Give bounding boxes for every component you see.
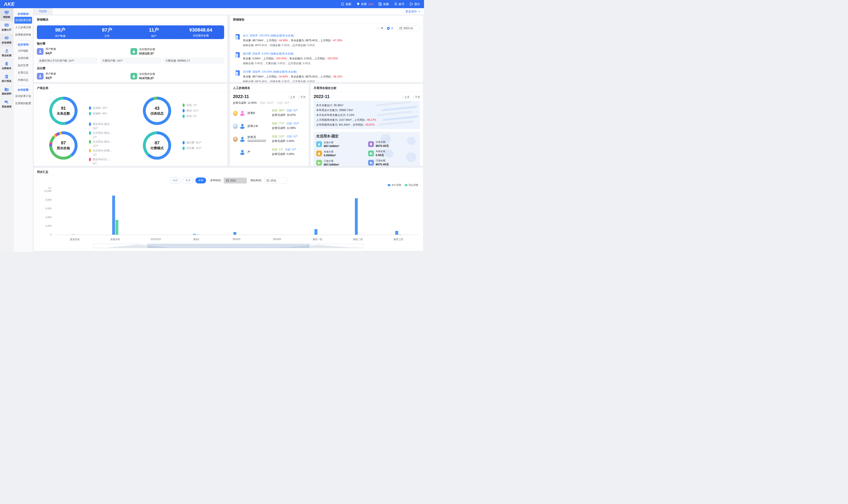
prepaid-strip: 欠费金额: ¥89692.17 — [163, 58, 224, 64]
fee-hall-icon — [4, 23, 9, 28]
datazoom-slider[interactable] — [93, 244, 364, 248]
postpaid-subtitle: 后付费 — [37, 67, 224, 70]
calendar-icon — [226, 179, 229, 182]
bronze-medal-icon: 3 — [233, 137, 237, 141]
legend-item[interactable]: 未知: 0个 — [183, 114, 199, 118]
submenu-section-title: -抄表配置- — [14, 88, 33, 92]
legend-item[interactable]: 机械表: 48个 — [89, 112, 108, 115]
legend-item[interactable]: 预付费: 54户 — [183, 141, 201, 145]
nav-item-operation-service[interactable]: 运营服务 — [0, 59, 13, 72]
submenu-item-monitor-alarm[interactable]: 监控告警 — [14, 62, 32, 69]
prev-month-button[interactable]: ↑ 上月 — [288, 95, 295, 99]
report-row-prepaid: 预付费: 回收率: 0.00% (销账金额/售水金额) 售水量: 0.00m³，… — [235, 52, 420, 65]
legend-item[interactable]: 生活用水-阶梯...:1户 — [89, 149, 112, 157]
legend-item[interactable]: 在线: 2个 — [183, 103, 199, 107]
submenu-item-alarm-log[interactable]: 告警日志 — [14, 69, 32, 76]
submenu-item-alarm-rule-config[interactable]: 告警规则配置 — [14, 100, 32, 107]
account-button[interactable]: 账号 — [394, 2, 404, 6]
legend-item[interactable]: 远传表: 43个 — [89, 106, 108, 110]
nav-item-statistics-report[interactable]: XLS 统计报表 — [0, 72, 13, 85]
nav-item-dashboard[interactable]: 驾驶舱 — [0, 8, 13, 21]
coins-icon — [368, 141, 374, 147]
stat-card-due-volume: 应缴水量867.5400m³ — [316, 140, 366, 148]
report-date-input[interactable]: 2022-11 — [397, 25, 420, 31]
bar[interactable] — [399, 234, 402, 235]
compare-time-input[interactable]: 2021 — [264, 178, 287, 183]
submenu-item-auto-meter-records[interactable]: 自动抄表记录 — [14, 17, 32, 24]
prev-month-button[interactable]: ↑ 上月 — [402, 95, 409, 99]
datazoom-handle-left[interactable] — [147, 245, 148, 248]
ranking-month: 2022-11 — [233, 94, 249, 99]
meter-status-donut[interactable]: 43仪表状态 — [143, 97, 171, 125]
filter-this-month-button[interactable]: 今月 — [183, 178, 193, 183]
report-row-postpaid: 后付费: 回收率: 100.00% (销账金额/售水金额) 售水量: 867.5… — [235, 70, 420, 82]
legend-current-year[interactable]: 本年用量 — [388, 183, 401, 187]
bar[interactable] — [315, 229, 317, 235]
done-total: 已抄: 16户 — [277, 101, 290, 104]
stat-card-paid-volume: 已缴水量867.5400m³ — [316, 159, 366, 166]
more-actions-button[interactable]: 更多操作 — [405, 10, 421, 14]
datazoom-handle-right[interactable] — [309, 245, 310, 248]
favorite-button[interactable]: 收藏 — [378, 2, 389, 6]
section-title: 生活用水-固定 — [316, 134, 417, 139]
radio-month[interactable]: 月 — [387, 26, 393, 30]
bar-chart-plot — [55, 191, 419, 235]
nav-item-meter-management[interactable]: 抄表管理 — [0, 34, 13, 47]
submenu-item-meter-data-audit[interactable]: 抄表数据审核 — [14, 31, 32, 38]
normal-count-value: 87户 — [84, 27, 130, 33]
radio-year[interactable]: 年 — [377, 26, 383, 30]
svg-text:XLS: XLS — [5, 76, 7, 77]
legend-item[interactable]: 固定单价01(...:3户 — [89, 158, 112, 166]
filter-this-year-button[interactable]: 今年 — [195, 178, 206, 183]
nav-item-business-fee[interactable]: ¥ 营业收费 — [0, 47, 13, 59]
droplet-icon — [316, 141, 322, 147]
bar[interactable] — [233, 232, 236, 235]
datazoom-selection[interactable] — [147, 244, 310, 248]
bar-slot — [95, 191, 135, 235]
legend-item[interactable]: 离线: 41个 — [183, 109, 199, 113]
tab-dashboard[interactable]: 驾驶舱 — [33, 8, 53, 15]
report-headline[interactable]: 预付费: 回收率: 0.00% (销账金额/售水金额) — [243, 52, 338, 56]
legend-item[interactable]: 生活用水-固定...:22户 — [89, 140, 112, 148]
filter-today-button[interactable]: 今日 — [170, 178, 180, 183]
bar[interactable] — [72, 234, 75, 235]
bar[interactable] — [196, 234, 199, 235]
nav-item-base-data[interactable]: 基础资料 — [0, 85, 13, 98]
submenu-item-remote-valve[interactable]: 远程控阀 — [14, 55, 32, 61]
drop-coin-icon: ¥ — [368, 160, 374, 166]
bar[interactable] — [112, 196, 115, 235]
user-icon — [37, 73, 43, 79]
report-headline[interactable]: 后付费: 回收率: 100.00% (销账金额/售水金额) — [243, 70, 342, 74]
nav-item-system-management[interactable]: 系统管理 — [0, 98, 13, 111]
avatar — [239, 148, 246, 155]
pay-mode-donut[interactable]: 87付费模式 — [143, 131, 171, 160]
bar[interactable] — [193, 234, 196, 235]
next-month-button[interactable]: ↓ 下月 — [298, 95, 306, 99]
bar[interactable] — [116, 220, 118, 235]
bar-slot — [257, 191, 297, 235]
logout-button[interactable]: 退出 — [410, 2, 420, 6]
legend-item[interactable]: 生活用水-固定...:1户 — [89, 131, 112, 139]
nav-item-fee-hall[interactable]: 收费大厅 — [0, 21, 13, 34]
panel-title: 营销概况 — [37, 18, 224, 22]
tab-strip: 驾驶舱 更多操作 — [33, 8, 424, 15]
water-price-donut[interactable]: 87用水价格 — [49, 131, 77, 160]
legend-item[interactable]: 后付费: 33户 — [183, 146, 201, 150]
submenu-item-gis-map[interactable]: GIS地图 — [14, 48, 32, 54]
submenu-item-valve-log[interactable]: 控阀日志 — [14, 77, 32, 84]
bar[interactable] — [355, 198, 358, 235]
report-headline[interactable]: 合计: 回收率: 100.00% (销账金额/售水金额) — [243, 34, 342, 38]
year-time-input[interactable]: 2022 — [224, 178, 247, 183]
legend-item[interactable]: 商业用水-固定...:19户 — [89, 122, 112, 130]
submenu-item-auto-meter-plan[interactable]: 自动抄表计划 — [14, 93, 32, 100]
bar-slot — [378, 191, 419, 235]
refresh-button[interactable]: 刷新 — [341, 2, 351, 6]
bar-slot — [176, 191, 216, 235]
alarm-button[interactable]: 告警 (44) — [357, 2, 373, 6]
submenu-item-manual-meter-records[interactable]: 人工抄表记录 — [14, 24, 32, 31]
bar[interactable] — [395, 231, 398, 235]
water-meter-total-donut[interactable]: 91水表总数 — [49, 97, 77, 125]
legend-compare-year[interactable]: 同比用量 — [405, 183, 418, 187]
radio-circle-icon — [387, 27, 390, 30]
next-month-button[interactable]: ↓ 下月 — [413, 95, 420, 99]
